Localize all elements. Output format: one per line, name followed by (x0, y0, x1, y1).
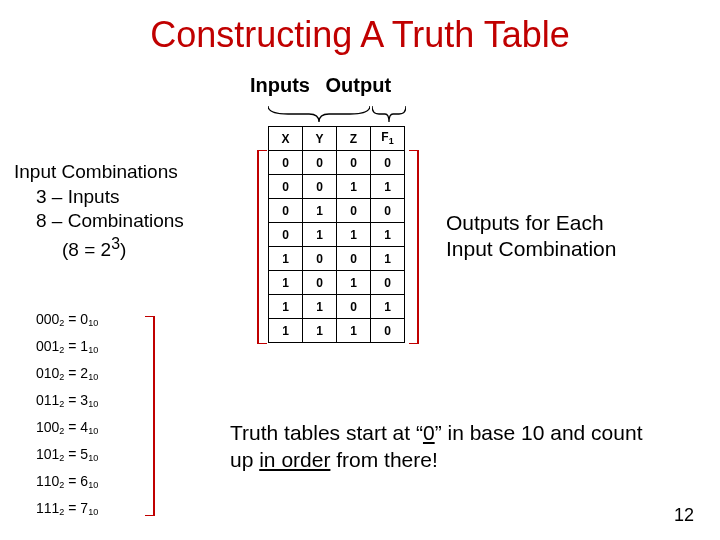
list-item: 0112 = 310 (36, 393, 98, 407)
table-row: 1101 (269, 295, 405, 319)
list-item: 0102 = 210 (36, 366, 98, 380)
output-column-bracket-icon (408, 150, 420, 344)
col-y: Y (303, 127, 337, 151)
table-row: 1001 (269, 247, 405, 271)
list-item: 1012 = 510 (36, 447, 98, 461)
truth-table: X Y Z F1 0000 0011 0100 0111 1001 1010 1… (268, 126, 405, 343)
inputs-brace-icon (268, 104, 370, 122)
binary-decimal-list: 0002 = 010 0012 = 110 0102 = 210 0112 = … (36, 312, 98, 528)
conversion-bracket-icon (144, 316, 162, 516)
text-line: Outputs for Each (446, 210, 616, 236)
inputs-column-bracket-icon (256, 150, 268, 344)
output-label: Output (326, 74, 392, 97)
text-line: (8 = 23) (62, 234, 184, 263)
slide-number: 12 (674, 505, 694, 526)
page-title: Constructing A Truth Table (0, 14, 720, 56)
table-row: 1010 (269, 271, 405, 295)
col-f: F1 (371, 127, 405, 151)
text-line: 3 – Inputs (36, 185, 184, 210)
col-x: X (269, 127, 303, 151)
footer-note: Truth tables start at “0” in base 10 and… (230, 420, 670, 474)
table-row: 0000 (269, 151, 405, 175)
table-row: 0011 (269, 175, 405, 199)
table-row: 0111 (269, 223, 405, 247)
text-line: Input Combination (446, 236, 616, 262)
list-item: 1002 = 410 (36, 420, 98, 434)
list-item: 0012 = 110 (36, 339, 98, 353)
table-row: 0100 (269, 199, 405, 223)
output-brace-icon (372, 104, 406, 122)
col-z: Z (337, 127, 371, 151)
inputs-label: Inputs (250, 74, 310, 97)
list-item: 1112 = 710 (36, 501, 98, 515)
table-row: 1110 (269, 319, 405, 343)
outputs-note: Outputs for Each Input Combination (446, 210, 616, 263)
truth-table-header: X Y Z F1 (269, 127, 405, 151)
text-line: Input Combinations (14, 160, 184, 185)
io-header: Inputs Output (250, 74, 391, 97)
text-line: 8 – Combinations (36, 209, 184, 234)
list-item: 0002 = 010 (36, 312, 98, 326)
list-item: 1102 = 610 (36, 474, 98, 488)
input-combinations-note: Input Combinations 3 – Inputs 8 – Combin… (14, 160, 184, 263)
